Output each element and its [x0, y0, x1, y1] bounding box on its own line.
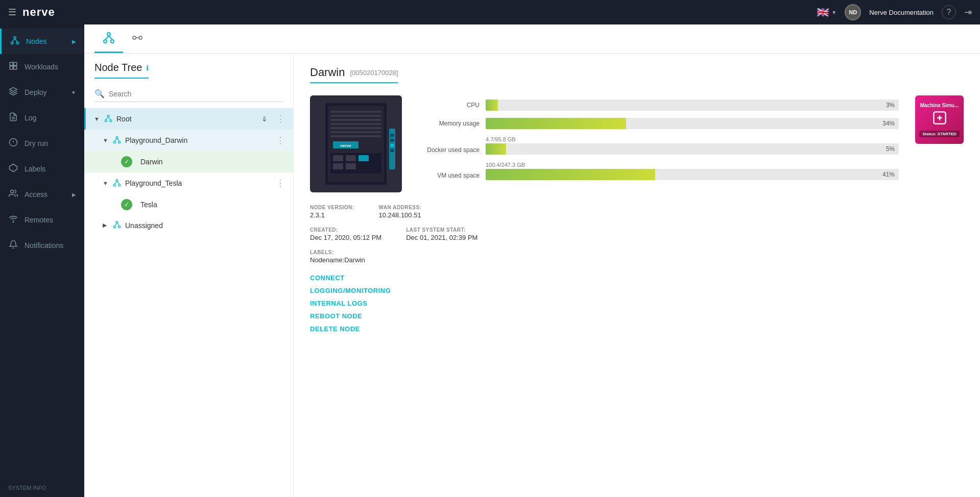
svg-rect-51	[330, 127, 381, 129]
sidebar-item-label-notifications: Notifications	[25, 241, 76, 250]
svg-line-43	[114, 223, 117, 226]
created-key: CREATED:	[310, 227, 381, 233]
search-input[interactable]	[109, 90, 283, 98]
search-box: 🔍	[94, 89, 283, 102]
device-svg: nerve	[315, 98, 397, 190]
sidebar-item-dryrun[interactable]: Dry run	[0, 131, 84, 156]
sidebar-item-label-workloads: Workloads	[25, 63, 76, 71]
delete-node-link[interactable]: DELETE NODE	[310, 325, 964, 333]
reboot-node-link[interactable]: REBOOT NODE	[310, 312, 964, 320]
system-info[interactable]: SYSTEM INFO	[0, 479, 84, 497]
tesla-label: Tesla	[140, 201, 285, 209]
created-value: Dec 17, 2020, 05:12 PM	[310, 234, 381, 241]
svg-point-26	[105, 119, 107, 121]
svg-point-25	[107, 115, 109, 117]
tab-connections-icon	[131, 32, 144, 46]
labels-block: LABELS: Nodename:Darwin	[310, 250, 964, 264]
node-detail-row: nerve	[310, 95, 964, 192]
sidebar-item-label-remotes: Remotes	[25, 216, 76, 224]
memory-stat-row: Memory usage 34%	[418, 118, 899, 129]
main-layout: Nodes ▶ Workloads Deploy ▼ Log D	[0, 24, 980, 497]
sidebar-item-workloads[interactable]: Workloads	[0, 54, 84, 80]
connect-link[interactable]: CONNECT	[310, 274, 964, 282]
sidebar-item-labels[interactable]: Labels	[0, 156, 84, 182]
node-version-value: 2.3.1	[310, 211, 354, 219]
unassigned-label: Unassigned	[125, 221, 285, 230]
svg-rect-6	[14, 62, 17, 65]
node-detail-id: [005020170028]	[350, 69, 398, 77]
hamburger-icon[interactable]: ☰	[8, 7, 16, 18]
content-area: Node Tree ℹ 🔍 ▼ Root	[84, 24, 980, 497]
svg-line-39	[117, 181, 119, 184]
sidebar-item-label-log: Log	[25, 114, 76, 122]
sidebar-item-label-access: Access	[25, 190, 66, 198]
root-more-icon[interactable]: ⋮	[276, 113, 285, 125]
stats-column: CPU 3% Memory usage	[418, 95, 899, 180]
svg-point-15	[11, 190, 14, 193]
node-version-block: NODE VERSION: 2.3.1	[310, 205, 354, 219]
tree-item-tesla[interactable]: ✓ Tesla	[84, 194, 293, 215]
tab-connections[interactable]	[123, 24, 152, 53]
labels-icon	[8, 163, 18, 175]
sidebar-item-notifications[interactable]: Notifications	[0, 233, 84, 258]
help-button[interactable]: ?	[942, 5, 956, 19]
logging-link[interactable]: LOGGING/MONITORING	[310, 287, 964, 294]
svg-point-19	[111, 40, 114, 43]
sidebar-item-label-nodes: Nodes	[26, 37, 66, 45]
svg-line-4	[15, 39, 17, 42]
sidebar-item-log[interactable]: Log	[0, 105, 84, 131]
tab-node-tree[interactable]	[94, 24, 123, 53]
user-name: Nerve Documentation	[869, 9, 934, 16]
workload-badge[interactable]: Machine Simu... Status: STARTED	[915, 95, 964, 144]
logo: nerve	[22, 6, 55, 19]
node-info-section: NODE VERSION: 2.3.1 WAN ADDRESS: 10.248.…	[310, 205, 964, 219]
playground-tesla-more-icon[interactable]: ⋮	[276, 178, 285, 189]
cpu-label: CPU	[418, 102, 480, 109]
playground-darwin-more-icon[interactable]: ⋮	[276, 135, 285, 146]
tree-item-darwin[interactable]: ✓ Darwin	[84, 151, 293, 172]
tree-item-playground-tesla[interactable]: ▼ Playground_Tesla ⋮	[84, 172, 293, 194]
unassigned-chevron-icon: ▶	[103, 222, 109, 229]
sidebar-item-access[interactable]: Access ▶	[0, 182, 84, 207]
memory-label: Memory usage	[418, 120, 480, 127]
internal-logs-link[interactable]: INTERNAL LOGS	[310, 300, 964, 307]
wan-address-block: WAN ADDRESS: 10.248.100.51	[379, 205, 422, 219]
action-links: CONNECT LOGGING/MONITORING INTERNAL LOGS…	[310, 274, 964, 333]
sidebar-item-remotes[interactable]: Remotes	[0, 207, 84, 233]
memory-progress-wrap: 34%	[486, 118, 899, 129]
nodes-arrow-icon: ▶	[72, 39, 76, 44]
svg-point-40	[116, 221, 118, 223]
flag-dropdown-icon: ▼	[831, 10, 836, 15]
cpu-stat-row: CPU 3%	[418, 100, 899, 111]
language-selector[interactable]: 🇬🇧 ▼	[817, 6, 836, 18]
notifications-icon	[8, 240, 18, 251]
tree-item-playground-darwin[interactable]: ▼ Playground_Darwin ⋮	[84, 130, 293, 151]
sidebar-item-label-deploy: Deploy	[25, 88, 65, 96]
svg-point-27	[110, 119, 112, 121]
cpu-progress-text: 3%	[886, 102, 895, 109]
log-icon	[8, 112, 18, 123]
panel: Node Tree ℹ 🔍 ▼ Root	[84, 54, 980, 497]
topbar-right: 🇬🇧 ▼ ND Nerve Documentation ? ⇥	[817, 4, 972, 20]
last-system-start-block: LAST SYSTEM START: Dec 01, 2021, 02:39 P…	[406, 227, 477, 241]
last-system-start-key: LAST SYSTEM START:	[406, 227, 477, 233]
tree-item-unassigned[interactable]: ▶ Unassigned	[84, 215, 293, 235]
cpu-progress-fill	[486, 100, 498, 111]
node-detail-title: Darwin	[310, 66, 345, 79]
docker-progress-bg: 5%	[486, 143, 899, 155]
svg-point-16	[13, 221, 14, 222]
tree-item-root[interactable]: ▼ Root ⇓ ⋮	[84, 108, 293, 130]
tab-bar	[84, 24, 980, 54]
root-sort-icon[interactable]: ⇓	[261, 115, 268, 123]
cpu-progress-bg: 3%	[486, 100, 899, 111]
sidebar-item-deploy[interactable]: Deploy ▼	[0, 80, 84, 105]
deploy-arrow-icon: ▼	[71, 90, 76, 95]
svg-line-3	[12, 39, 15, 42]
created-block: CREATED: Dec 17, 2020, 05:12 PM	[310, 227, 381, 241]
search-icon: 🔍	[94, 89, 105, 98]
vm-label: VM used space	[418, 172, 480, 180]
svg-rect-7	[10, 66, 13, 69]
logout-button[interactable]: ⇥	[964, 7, 972, 18]
sidebar-item-nodes[interactable]: Nodes ▶	[0, 29, 84, 54]
node-tree-info-icon: ℹ	[146, 64, 149, 72]
